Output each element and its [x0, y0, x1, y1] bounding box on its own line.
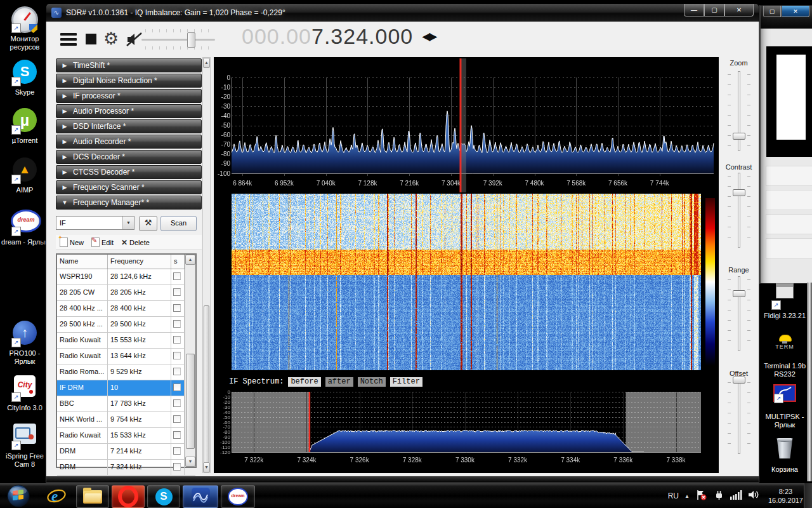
- titlebar[interactable]: ∿ SDR# v1.0.0.1361 - IQ Imbalance: Gain …: [46, 3, 759, 22]
- slider-offset[interactable]: [728, 379, 750, 454]
- menu-button[interactable]: [60, 33, 77, 46]
- desktop-icon-monitor[interactable]: ↗ Монитор ресурсов: [0, 5, 49, 51]
- volume-thumb[interactable]: [187, 32, 195, 48]
- table-row[interactable]: DRM 7 214 kHz: [57, 444, 195, 460]
- if-spectrum-canvas[interactable]: [214, 389, 719, 473]
- slider-zoom[interactable]: [728, 71, 750, 151]
- checkbox[interactable]: [173, 288, 181, 296]
- sidebar-group-collapsed[interactable]: ▶ Audio Processor *: [56, 104, 202, 118]
- table-row[interactable]: Radio Kuwait 15 533 kHz: [57, 428, 195, 444]
- sidebar-group-collapsed[interactable]: ▶ Audio Recorder *: [56, 135, 202, 149]
- sidebar-group-collapsed[interactable]: ▶ DCS Decoder *: [56, 150, 202, 164]
- if-filter-button-notch[interactable]: Notch: [358, 377, 386, 387]
- sidebar-group-collapsed[interactable]: ▶ Digital Noise Reduction *: [56, 74, 202, 88]
- checkbox[interactable]: [173, 320, 181, 328]
- tune-step-arrows-icon[interactable]: ◀▶: [422, 30, 436, 43]
- checkbox[interactable]: [173, 272, 181, 280]
- if-filter-button-filter[interactable]: Filter: [390, 377, 422, 387]
- close-button[interactable]: ✕: [724, 4, 754, 17]
- table-row[interactable]: NHK World ... 9 754 kHz: [57, 412, 195, 428]
- hidden-icons-button[interactable]: ▲: [684, 493, 690, 499]
- scroll-up-icon[interactable]: ▲: [203, 58, 210, 68]
- desktop-icon-recycle[interactable]: Корзина: [760, 436, 809, 474]
- checkbox[interactable]: [173, 384, 181, 391]
- checkbox[interactable]: [173, 368, 181, 375]
- table-scrollbar-thumb[interactable]: [186, 354, 195, 449]
- start-button[interactable]: [5, 485, 32, 507]
- sidebar-group-collapsed[interactable]: ▶ CTCSS Decoder *: [56, 165, 202, 179]
- table-row[interactable]: 29 500 kHz ... 29 500 kHz: [57, 317, 195, 333]
- column-header-name[interactable]: Name: [57, 255, 108, 269]
- stop-button[interactable]: [86, 34, 96, 44]
- desktop-icon-multipsk[interactable]: ↗ MULTIPSK - Ярлык: [760, 382, 809, 429]
- if-filter-button-after[interactable]: after: [325, 377, 353, 387]
- mute-button[interactable]: [126, 32, 143, 50]
- checkbox[interactable]: [173, 463, 181, 471]
- desktop-icon-ispring[interactable]: ↗ iSpring Free Cam 8: [0, 421, 49, 469]
- slider-thumb[interactable]: [733, 189, 745, 196]
- checkbox[interactable]: [173, 399, 181, 407]
- taskbar-app-opera[interactable]: [112, 485, 145, 508]
- desktop-icon-cityinfo[interactable]: City↗ CityInfo 3.0: [0, 373, 49, 412]
- taskbar-app-dream[interactable]: dream: [221, 485, 255, 508]
- bg-maximize-button[interactable]: ▢: [763, 6, 781, 17]
- settings-button[interactable]: ⚙: [103, 29, 119, 49]
- desktop-icon-term[interactable]: TERM Terminal 1.9b RS232: [760, 331, 809, 378]
- manager-tools-button[interactable]: ⚒: [139, 216, 157, 231]
- taskbar-app-internet-explorer[interactable]: e: [42, 485, 71, 507]
- sidebar-scrollbar-thumb[interactable]: [204, 305, 209, 464]
- delete-button[interactable]: ✕Delete: [119, 237, 152, 248]
- desktop-icon-dream[interactable]: dream↗ dream - Ярлык: [0, 206, 49, 246]
- column-header-frequency[interactable]: Frequency: [108, 255, 171, 269]
- sidebar-group-collapsed[interactable]: ▶ DSD Interface *: [56, 119, 202, 133]
- desktop-icon-pro100[interactable]: ↑↗ PRO100 - Ярлык: [0, 319, 49, 366]
- checkbox[interactable]: [173, 304, 181, 312]
- slider-thumb[interactable]: [733, 377, 745, 384]
- volume-slider[interactable]: [141, 29, 215, 50]
- sidebar-group-collapsed[interactable]: ▶ TimeShift *: [56, 58, 202, 72]
- slider-thumb[interactable]: [733, 133, 745, 140]
- scroll-down-icon[interactable]: ▼: [203, 462, 210, 472]
- checkbox[interactable]: [173, 336, 181, 344]
- language-indicator[interactable]: RU: [668, 491, 679, 500]
- action-center-icon[interactable]: [695, 490, 707, 503]
- desktop-icon-skype[interactable]: S↗ Skype: [0, 58, 49, 97]
- clock[interactable]: 8:23 16.09.2017: [766, 487, 803, 505]
- sidebar-scrollbar[interactable]: ▲ ▼: [202, 57, 211, 473]
- taskbar-app-windows-explorer[interactable]: [76, 485, 109, 508]
- checkbox[interactable]: [173, 431, 181, 439]
- scroll-up-icon[interactable]: ▲: [185, 255, 195, 265]
- checkbox[interactable]: [173, 415, 181, 423]
- power-plug-icon[interactable]: [713, 490, 724, 503]
- table-row[interactable]: IF DRM 10: [57, 380, 195, 396]
- new-button[interactable]: New: [57, 237, 86, 248]
- waterfall-canvas[interactable]: [214, 194, 719, 375]
- maximize-button[interactable]: ▢: [704, 4, 724, 17]
- scroll-down-icon[interactable]: ▼: [185, 457, 195, 467]
- table-row[interactable]: Radio Kuwait 13 644 kHz: [57, 349, 195, 364]
- volume-speaker-icon[interactable]: [748, 490, 760, 502]
- slider-range[interactable]: [728, 276, 750, 351]
- table-row[interactable]: BBC 17 783 kHz: [57, 396, 195, 412]
- rf-spectrum-canvas[interactable]: [214, 57, 719, 194]
- taskbar-app-skype[interactable]: S: [147, 485, 180, 508]
- show-desktop-button[interactable]: [804, 483, 812, 508]
- table-scrollbar[interactable]: ▲ ▼: [185, 255, 195, 467]
- edit-button[interactable]: Edit: [89, 237, 116, 248]
- desktop-icon-utorrent[interactable]: µ↗ µTorrent: [0, 107, 49, 145]
- table-row[interactable]: 28 400 kHz ... 28 400 kHz: [57, 301, 195, 317]
- table-row[interactable]: DRM 7 324 kHz: [57, 460, 195, 476]
- sidebar-group-collapsed[interactable]: ▶ IF processor *: [56, 89, 202, 103]
- table-row[interactable]: Radio Roma... 9 529 kHz: [57, 364, 195, 380]
- table-row[interactable]: WSPR190 28 124,6 kHz: [57, 269, 195, 285]
- slider-contrast[interactable]: [728, 173, 750, 248]
- taskbar-app-sdrsharp[interactable]: [183, 485, 218, 508]
- minimize-button[interactable]: —: [684, 4, 704, 17]
- scan-button[interactable]: Scan: [160, 216, 197, 231]
- sidebar-group-collapsed[interactable]: ▶ Frequency Scanner *: [56, 180, 202, 194]
- desktop-icon-fldigi[interactable]: ↗ Fldigi 3.23.21: [760, 278, 809, 320]
- checkbox[interactable]: [173, 447, 181, 455]
- bg-close-button[interactable]: ✕: [782, 6, 809, 17]
- desktop-icon-aimp[interactable]: ▲↗ AIMP: [0, 156, 49, 194]
- if-filter-button-before[interactable]: before: [288, 377, 320, 387]
